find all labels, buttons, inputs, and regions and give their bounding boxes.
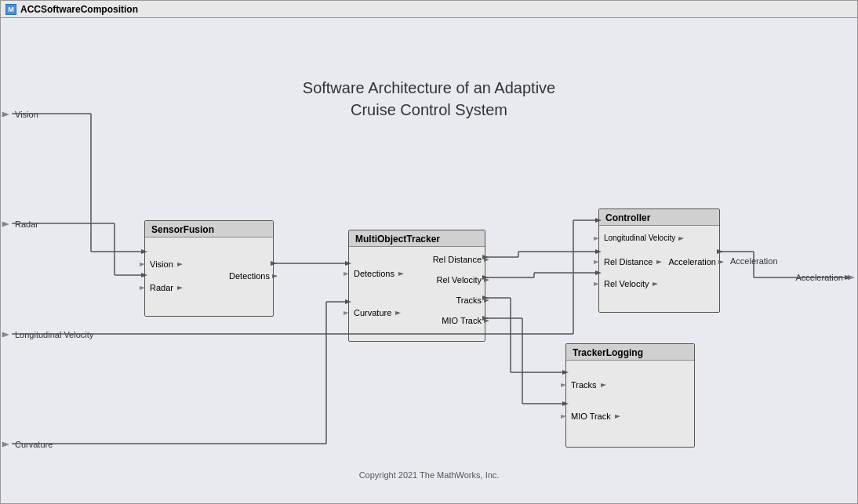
left-port-curvature: Curvature (1, 439, 53, 450)
svg-marker-8 (177, 286, 183, 290)
sensor-fusion-title: SensorFusion (145, 221, 273, 237)
svg-marker-0 (2, 112, 9, 117)
svg-marker-1 (2, 222, 9, 227)
port-arrow-icon (1, 109, 12, 120)
port-arrow-icon (846, 272, 857, 283)
port-label-acceleration: Acceleration (795, 273, 843, 282)
window-icon: M (5, 4, 16, 15)
svg-marker-10 (344, 272, 349, 276)
tl-port-tracks-left: Tracks (560, 380, 608, 390)
multi-object-tracker-block: MultiObjectTracker Detections Curvature … (348, 230, 485, 342)
svg-marker-24 (718, 260, 724, 264)
port-label-longitudinal-velocity: Longitudinal Velocity (15, 330, 93, 339)
main-window: M ACCSoftwareComposition Software Archit… (0, 0, 858, 504)
port-label-vision: Vision (15, 110, 38, 119)
svg-marker-5 (140, 263, 145, 267)
right-port-acceleration: Acceleration (795, 272, 857, 283)
svg-marker-4 (848, 275, 854, 280)
ctrl-port-long-vel-left: Longitudinal Velocity (593, 234, 685, 242)
svg-marker-14 (484, 258, 489, 262)
tl-port-mio-track-left: MIO Track (560, 412, 622, 421)
sf-port-detections-right: Detections (229, 271, 279, 281)
svg-marker-12 (344, 311, 349, 315)
svg-marker-3 (2, 442, 9, 447)
left-port-vision: Vision (1, 109, 38, 120)
sensor-fusion-body: Vision Radar Detections (145, 237, 273, 316)
svg-marker-15 (484, 278, 489, 282)
mot-port-curvature-left: Curvature (343, 308, 402, 317)
mot-port-rel-distance-right: Rel Distance (433, 255, 491, 264)
sf-port-vision-left: Vision (139, 259, 184, 269)
port-arrow-icon (1, 329, 12, 340)
svg-marker-6 (177, 263, 183, 267)
title-bar: M ACCSoftwareComposition (1, 1, 857, 18)
left-port-radar: Radar (1, 219, 38, 230)
svg-marker-13 (395, 311, 401, 315)
svg-marker-22 (594, 282, 599, 286)
ctrl-port-rel-distance-left: Rel Distance (593, 257, 663, 267)
svg-marker-17 (484, 319, 489, 323)
port-label-radar: Radar (15, 219, 38, 229)
mot-title: MultiObjectTracker (349, 230, 485, 247)
sensor-fusion-block: SensorFusion Vision Radar Detections (144, 220, 274, 317)
svg-marker-7 (140, 286, 145, 290)
svg-marker-25 (561, 383, 566, 387)
svg-marker-16 (484, 299, 489, 303)
svg-marker-11 (398, 272, 404, 276)
svg-marker-26 (601, 383, 606, 387)
svg-marker-19 (678, 237, 684, 241)
tracker-logging-body: Tracks MIO Track (566, 361, 694, 447)
sf-port-radar-left: Radar (139, 283, 184, 292)
svg-marker-27 (561, 415, 566, 419)
svg-marker-2 (2, 332, 9, 337)
svg-marker-20 (594, 260, 599, 264)
svg-marker-23 (653, 282, 658, 286)
svg-marker-21 (656, 260, 662, 264)
controller-block: Controller Longitudinal Velocity Rel Dis… (598, 208, 720, 313)
mot-port-tracks-right: Tracks (456, 296, 491, 305)
diagram-title: Software Architecture of an Adaptive Cru… (303, 77, 555, 121)
mot-port-mio-track-right: MIO Track (442, 316, 491, 325)
svg-marker-28 (615, 415, 620, 419)
controller-body: Longitudinal Velocity Rel Distance Rel V… (599, 226, 719, 312)
svg-marker-9 (272, 274, 278, 278)
controller-title: Controller (599, 209, 719, 226)
tracker-logging-title: TrackerLogging (566, 344, 694, 361)
diagram-canvas: Software Architecture of an Adaptive Cru… (1, 18, 857, 503)
copyright-text: Copyright 2021 The MathWorks, Inc. (359, 470, 500, 480)
tracker-logging-block: TrackerLogging Tracks MIO Track (565, 343, 695, 448)
window-title: ACCSoftwareComposition (20, 4, 138, 15)
ctrl-port-acceleration-right: Acceleration (668, 257, 725, 267)
svg-text:Acceleration: Acceleration (730, 256, 778, 266)
port-arrow-icon (1, 439, 12, 450)
left-port-longitudinal-velocity: Longitudinal Velocity (1, 329, 93, 340)
port-label-curvature: Curvature (15, 440, 53, 449)
ctrl-port-rel-velocity-left: Rel Velocity (593, 279, 660, 288)
mot-body: Detections Curvature Rel Distance Rel Ve… (349, 247, 485, 341)
mot-port-detections-left: Detections (343, 269, 405, 278)
mot-port-rel-velocity-right: Rel Velocity (437, 275, 491, 285)
svg-marker-18 (594, 237, 599, 241)
port-arrow-icon (1, 219, 12, 230)
